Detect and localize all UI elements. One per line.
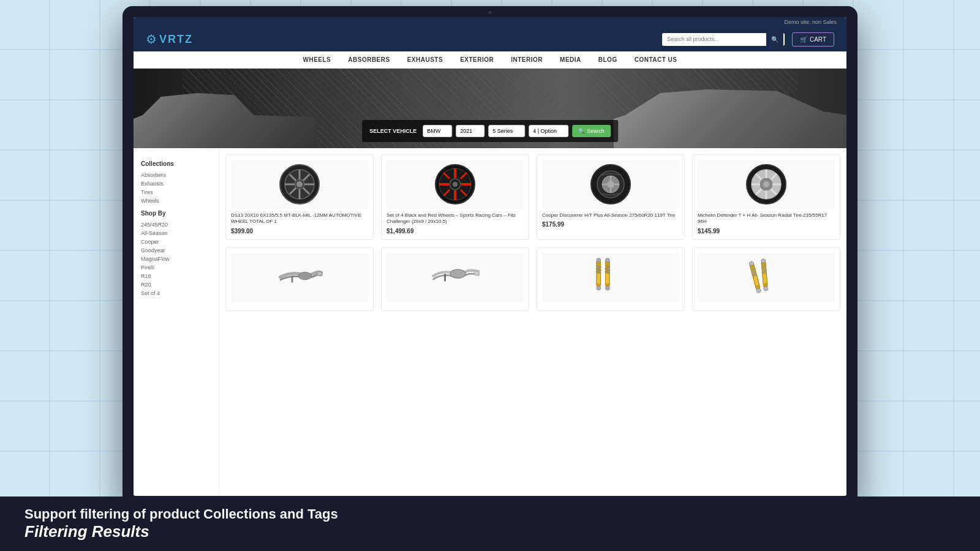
main-content: Collections Absorbers Exhausts Tires Whe…: [134, 148, 846, 496]
product-image-5: [231, 253, 368, 302]
sidebar-link-allseason[interactable]: All-Season: [141, 229, 211, 238]
vehicle-search-icon: 🔍: [578, 128, 585, 134]
sidebar-link-tires[interactable]: Tires: [141, 188, 211, 197]
camera-dot: [489, 11, 492, 14]
model-select[interactable]: 5 Series: [488, 125, 525, 137]
year-select[interactable]: 2021: [456, 125, 484, 137]
product-card-7[interactable]: [537, 247, 685, 311]
cart-icon: 🛒: [800, 36, 807, 43]
svg-point-27: [607, 181, 614, 188]
svg-point-52: [597, 258, 601, 262]
svg-point-23: [453, 182, 458, 187]
sidebar-link-r18[interactable]: R18: [141, 272, 211, 280]
search-button[interactable]: 🔍: [766, 33, 783, 46]
product-price-1: $399.00: [231, 228, 368, 234]
sidebar-link-pirelli[interactable]: Pirelli: [141, 263, 211, 272]
product-name-2: Set of 4 Black and Red Wheels – Sports R…: [386, 212, 524, 225]
vehicle-search-button[interactable]: 🔍 Search: [572, 125, 611, 137]
svg-point-57: [605, 286, 609, 290]
product-card-8[interactable]: [692, 247, 840, 311]
product-card-5[interactable]: [225, 247, 374, 311]
product-card-1[interactable]: DS13 20X10 6X135/5.5 MT-BLK-MIL -12MM AU…: [225, 154, 374, 240]
demo-banner-text: Demo site, non Sales: [784, 19, 837, 25]
search-bar: 🔍: [662, 33, 785, 46]
option-select[interactable]: 4 | Option: [529, 125, 568, 137]
product-price-3: $175.99: [542, 221, 679, 228]
sidebar-link-goodyear[interactable]: Goodyear: [141, 246, 211, 255]
sidebar-link-r20[interactable]: R20: [141, 280, 211, 289]
site-nav: WHEELSABSORBERSEXHAUSTSEXTERIORINTERIORM…: [134, 51, 846, 69]
bottom-caption: Support filtering of product Collections…: [0, 497, 980, 551]
svg-point-53: [597, 286, 601, 290]
product-image-3: [542, 160, 679, 209]
product-card-4[interactable]: Michelin Defender T + H All- Season Radi…: [692, 154, 840, 240]
product-card-6[interactable]: [381, 247, 529, 311]
logo-icon: ⚙: [146, 32, 157, 47]
vehicle-selector: SELECT VEHICLE BMW 2021 5 Series 4 | Opt…: [362, 120, 618, 142]
svg-point-44: [298, 272, 311, 280]
nav-item-contact[interactable]: CONTACT US: [632, 51, 680, 68]
product-name-3: Cooper Discoverer H/T Plus All-Season 27…: [542, 212, 679, 219]
header-right: 🔍 🛒 CART: [662, 32, 834, 47]
make-select[interactable]: BMW: [423, 125, 452, 137]
sidebar: Collections Absorbers Exhausts Tires Whe…: [134, 148, 219, 496]
svg-point-56: [605, 258, 609, 262]
site-header: ⚙ VRTZ 🔍 🛒 CART: [134, 27, 846, 51]
product-name-1: DS13 20X10 6X135/5.5 MT-BLK-MIL -12MM AU…: [231, 212, 368, 225]
sidebar-link-cooper[interactable]: Cooper: [141, 238, 211, 246]
logo-text: VRTZ: [159, 33, 193, 46]
svg-point-64: [761, 258, 766, 263]
svg-point-43: [763, 181, 769, 187]
product-image-6: [386, 253, 524, 302]
svg-point-45: [317, 272, 322, 276]
product-image-7: [542, 253, 679, 302]
product-grid: DS13 20X10 6X135/5.5 MT-BLK-MIL -12MM AU…: [225, 154, 840, 311]
laptop-frame: Demo site, non Sales ⚙ VRTZ 🔍 🛒 CART: [123, 6, 858, 502]
nav-item-absorbers[interactable]: ABSORBERS: [345, 51, 392, 68]
vehicle-search-label: Search: [587, 128, 605, 134]
nav-item-exhausts[interactable]: EXHAUSTS: [405, 51, 445, 68]
nav-item-blog[interactable]: BLOG: [596, 51, 620, 68]
svg-rect-49: [444, 274, 446, 281]
svg-rect-51: [597, 273, 600, 283]
sidebar-link-magnaflow[interactable]: MagnaFlow: [141, 255, 211, 263]
svg-point-11: [296, 181, 303, 187]
nav-item-wheels[interactable]: WHEELS: [301, 51, 334, 68]
product-card-2[interactable]: Set of 4 Black and Red Wheels – Sports R…: [381, 154, 529, 240]
product-price-2: $1,499.69: [386, 228, 524, 234]
sidebar-link-setof4[interactable]: Set of 4: [141, 289, 211, 298]
nav-item-exterior[interactable]: EXTERIOR: [458, 51, 496, 68]
site-wrapper: Demo site, non Sales ⚙ VRTZ 🔍 🛒 CART: [134, 17, 846, 496]
svg-point-65: [763, 287, 767, 291]
shop-by-title: Shop By: [141, 210, 211, 217]
hero-section: SELECT VEHICLE BMW 2021 5 Series 4 | Opt…: [134, 69, 846, 148]
sidebar-link-absorbers[interactable]: Absorbers: [141, 171, 211, 179]
svg-point-47: [450, 269, 466, 278]
cart-label: CART: [810, 36, 826, 43]
product-name-4: Michelin Defender T + H All- Season Radi…: [698, 212, 835, 225]
svg-point-48: [474, 271, 480, 276]
sidebar-link-wheels[interactable]: Wheels: [141, 197, 211, 205]
collections-title: Collections: [141, 160, 211, 167]
product-image-2: [386, 160, 524, 209]
sidebar-link-exhausts[interactable]: Exhausts: [141, 179, 211, 188]
search-input[interactable]: [662, 33, 766, 45]
svg-rect-46: [292, 276, 293, 283]
cart-button[interactable]: 🛒 CART: [792, 32, 834, 47]
product-price-4: $145.99: [698, 228, 835, 234]
product-image-1: [231, 160, 368, 209]
sidebar-link-245[interactable]: 245/45R20: [141, 220, 211, 229]
caption-line2: Filtering Results: [24, 522, 956, 541]
demo-banner: Demo site, non Sales: [134, 17, 846, 27]
laptop-screen: Demo site, non Sales ⚙ VRTZ 🔍 🛒 CART: [134, 17, 846, 496]
nav-item-interior[interactable]: INTERIOR: [508, 51, 545, 68]
product-image-4: [698, 160, 835, 209]
product-card-3[interactable]: Cooper Discoverer H/T Plus All-Season 27…: [537, 154, 685, 240]
select-vehicle-label: SELECT VEHICLE: [369, 128, 417, 134]
nav-item-media[interactable]: MEDIA: [557, 51, 584, 68]
svg-rect-55: [606, 273, 609, 283]
logo-area: ⚙ VRTZ: [146, 32, 193, 47]
caption-line1: Support filtering of product Collections…: [24, 506, 956, 522]
product-image-8: [698, 253, 835, 302]
product-area: DS13 20X10 6X135/5.5 MT-BLK-MIL -12MM AU…: [219, 148, 846, 496]
